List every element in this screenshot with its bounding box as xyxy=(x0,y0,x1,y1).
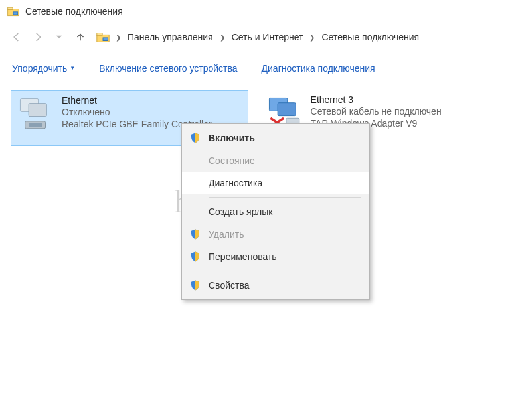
window-title: Сетевые подключения xyxy=(25,6,123,17)
chevron-right-icon[interactable]: ❯ xyxy=(217,34,228,41)
ctx-label: Создать ярлык xyxy=(209,206,272,217)
connection-name: Ethernet xyxy=(62,95,212,105)
shield-icon xyxy=(189,228,202,241)
ctx-label: Состояние xyxy=(209,155,255,166)
ctx-enable[interactable]: Включить xyxy=(182,127,369,149)
connection-name: Ethernet 3 xyxy=(311,94,442,105)
shield-icon xyxy=(189,250,202,263)
command-bar: Упорядочить ▼ Включение сетевого устройс… xyxy=(0,52,508,85)
ctx-rename[interactable]: Переименовать xyxy=(182,245,369,268)
svg-rect-5 xyxy=(103,38,108,41)
connection-status: Отключено xyxy=(62,107,212,117)
ctx-delete: Удалить xyxy=(182,223,369,245)
svg-rect-9 xyxy=(29,123,42,127)
window-titlebar: Сетевые подключения xyxy=(0,0,508,23)
chevron-right-icon[interactable]: ❯ xyxy=(113,34,124,41)
chevron-down-icon: ▼ xyxy=(70,65,75,71)
breadcrumb-item[interactable]: Сеть и Интернет xyxy=(228,29,307,45)
svg-rect-2 xyxy=(13,12,18,15)
svg-rect-11 xyxy=(278,103,296,116)
ctx-status: Состояние xyxy=(182,149,369,172)
organize-label: Упорядочить xyxy=(12,63,67,74)
ctx-label: Переименовать xyxy=(209,251,277,262)
network-folder-icon xyxy=(7,5,20,18)
breadcrumb-item[interactable]: Сетевые подключения xyxy=(317,29,423,45)
ctx-diagnose[interactable]: Диагностика xyxy=(182,172,369,194)
breadcrumb-item[interactable]: Панель управления xyxy=(124,29,217,45)
breadcrumb: ❯ Панель управления ❯ Сеть и Интернет ❯ … xyxy=(96,29,423,45)
separator xyxy=(209,197,361,198)
svg-rect-7 xyxy=(29,104,46,117)
svg-rect-4 xyxy=(97,33,102,36)
ctx-properties[interactable]: Свойства xyxy=(182,274,369,297)
ctx-label: Удалить xyxy=(209,229,244,240)
ctx-label: Включить xyxy=(209,133,255,143)
nav-bar: ❯ Панель управления ❯ Сеть и Интернет ❯ … xyxy=(0,23,508,52)
nav-back-button[interactable] xyxy=(7,29,27,46)
network-adapter-disabled-icon xyxy=(17,95,55,133)
diagnose-connection-button[interactable]: Диагностика подключения xyxy=(262,63,375,74)
organize-menu[interactable]: Упорядочить ▼ xyxy=(12,63,75,74)
separator xyxy=(209,271,361,271)
nav-up-button[interactable] xyxy=(70,29,90,46)
connection-status: Сетевой кабель не подключен xyxy=(311,106,442,117)
network-folder-icon xyxy=(96,30,110,44)
svg-rect-1 xyxy=(8,7,13,9)
shield-icon xyxy=(189,131,202,145)
chevron-right-icon[interactable]: ❯ xyxy=(307,34,317,41)
ctx-label: Диагностика xyxy=(209,178,262,188)
ctx-create-shortcut[interactable]: Создать ярлык xyxy=(182,200,369,223)
nav-forward-button[interactable] xyxy=(28,29,48,46)
enable-device-button[interactable]: Включение сетевого устройства xyxy=(99,63,237,74)
nav-recent-dropdown[interactable] xyxy=(49,29,69,46)
context-menu: Включить Состояние Диагностика Создать я… xyxy=(181,123,370,300)
shield-icon xyxy=(189,279,202,292)
ctx-label: Свойства xyxy=(209,280,249,291)
